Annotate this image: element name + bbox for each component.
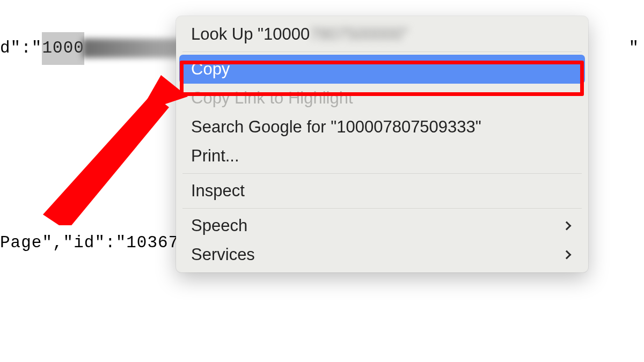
lookup-menu-item[interactable]: Look Up "100007807500000" bbox=[179, 20, 585, 49]
services-label: Services bbox=[191, 245, 255, 264]
selected-text[interactable]: 1000 bbox=[42, 32, 84, 64]
menu-separator bbox=[182, 173, 582, 174]
code-line bbox=[0, 357, 644, 362]
print-label: Print... bbox=[191, 146, 239, 166]
lookup-blurred-tail: 7807500000" bbox=[310, 25, 408, 44]
context-menu: Look Up "100007807500000" Copy Copy Link… bbox=[176, 16, 588, 272]
copy-link-highlight-menu-item: Copy Link to Highlight bbox=[179, 84, 585, 113]
inspect-menu-item[interactable]: Inspect bbox=[179, 176, 585, 205]
chevron-right-icon bbox=[562, 221, 572, 231]
print-menu-item[interactable]: Print... bbox=[179, 142, 585, 171]
copy-label: Copy bbox=[191, 60, 230, 79]
services-menu-item[interactable]: Services bbox=[179, 240, 585, 269]
inspect-label: Inspect bbox=[191, 181, 245, 201]
search-google-menu-item[interactable]: Search Google for "100007807509333" bbox=[179, 113, 585, 142]
speech-menu-item[interactable]: Speech bbox=[179, 211, 585, 240]
copy-link-highlight-label: Copy Link to Highlight bbox=[191, 88, 353, 108]
copy-menu-item[interactable]: Copy bbox=[179, 55, 585, 84]
menu-separator bbox=[182, 208, 582, 209]
chevron-right-icon bbox=[562, 250, 572, 260]
menu-separator bbox=[182, 51, 582, 52]
search-google-label: Search Google for "100007807509333" bbox=[191, 117, 481, 137]
lookup-label: Look Up "10000 bbox=[191, 25, 310, 43]
speech-label: Speech bbox=[191, 216, 247, 235]
code-line bbox=[0, 292, 644, 324]
